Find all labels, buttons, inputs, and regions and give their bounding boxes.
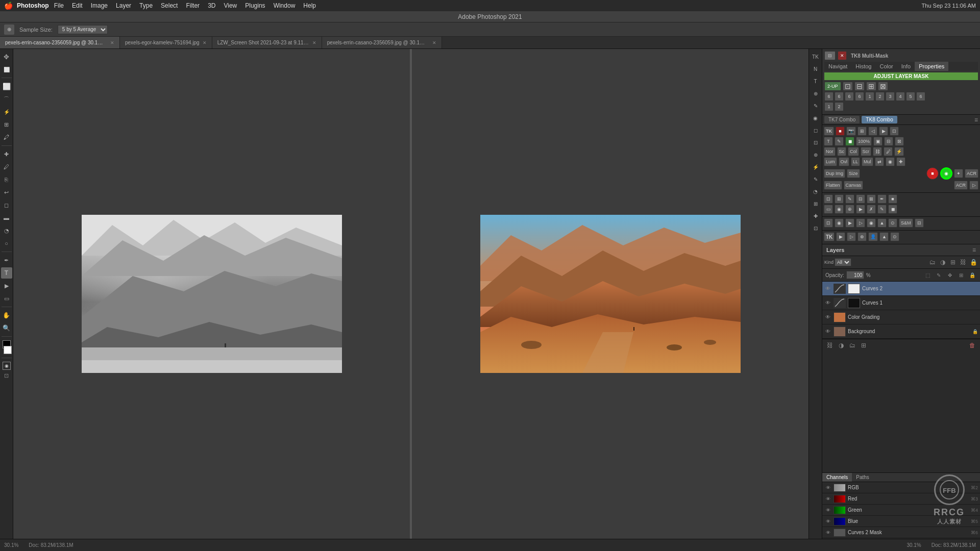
tk-c2[interactable]: ◉ <box>835 218 844 228</box>
tk-side-6[interactable]: ◉ <box>810 112 821 123</box>
2up-btn[interactable]: 2-UP <box>824 82 841 91</box>
menu-file[interactable]: File <box>51 1 67 10</box>
tk-combo-btn-m2[interactable]: ⊟ <box>884 137 893 146</box>
layer-item-curves1[interactable]: 👁 Curves 1 <box>822 296 980 310</box>
tab-0[interactable]: pexels-errin-casano-2356059.jpg @ 30.1% … <box>0 37 120 48</box>
lock-move[interactable]: ✥ <box>945 270 954 280</box>
eye-curves2[interactable]: 👁 <box>824 285 831 292</box>
move-tool[interactable]: ✥ <box>1 51 12 62</box>
tab-3[interactable]: pexels-errin-casano-2356059.jpg @ 30.1% … <box>322 37 442 48</box>
tk-mode-ic3[interactable]: ✚ <box>896 157 905 166</box>
eraser-tool[interactable]: ◻ <box>1 199 12 211</box>
num-6-1[interactable]: 6 <box>824 92 834 101</box>
tk-side-14[interactable]: ✚ <box>810 210 821 221</box>
tk-side-15[interactable]: ⊡ <box>810 222 821 234</box>
menu-plugins[interactable]: Plugins <box>242 1 268 10</box>
link-layers-footer[interactable]: ⛓ <box>825 341 835 350</box>
tk-combo-btn-green-sq[interactable]: ◼ <box>845 137 854 146</box>
tk-flatten[interactable]: Flatten <box>824 181 842 190</box>
clone-tool[interactable]: ⎘ <box>1 174 12 185</box>
prop-tab-navigat[interactable]: Navigat <box>824 62 851 71</box>
menu-layer[interactable]: Layer <box>113 1 134 10</box>
tk-side-5[interactable]: ✎ <box>810 100 821 111</box>
tab-0-close[interactable]: ✕ <box>110 40 114 45</box>
tk-mode-ll[interactable]: LL <box>851 157 860 166</box>
tk-sam-btn[interactable]: S&M <box>899 218 913 228</box>
channel-curves2mask[interactable]: 👁 Curves 2 Mask ⌘6 <box>822 527 980 538</box>
num-6-2[interactable]: 6 <box>835 92 844 101</box>
tk-mode-scr[interactable]: Scr <box>861 147 872 156</box>
tk-footer-p[interactable]: ▶ <box>836 232 845 241</box>
tk-side-9[interactable]: ⊕ <box>810 149 821 160</box>
new-group-footer[interactable]: 🗂 <box>848 341 857 350</box>
tk-footer-pp[interactable]: ▷ <box>847 232 856 241</box>
tk-side-7[interactable]: ◻ <box>810 124 821 136</box>
tk-combo-btn-photo[interactable]: 📷 <box>846 127 856 136</box>
tk-red-btn[interactable]: ■ <box>926 167 939 180</box>
marquee-tool[interactable]: ⬜ <box>1 81 12 92</box>
tk-combo-btn-pencil[interactable]: ✎ <box>835 137 844 146</box>
heal-tool[interactable]: ✚ <box>1 148 12 160</box>
quick-mask[interactable]: ◉ <box>3 362 11 370</box>
tk-acr1[interactable]: ACR <box>965 169 978 178</box>
num-6-4[interactable]: 6 <box>855 92 864 101</box>
view-4[interactable]: ⊠ <box>878 82 888 91</box>
tk-footer-tri[interactable]: ▲ <box>879 232 889 241</box>
tk-combo-btn-T[interactable]: T <box>824 137 833 146</box>
layer-item-curves2[interactable]: 👁 Curves 2 <box>822 282 980 296</box>
num-6-3[interactable]: 6 <box>845 92 854 101</box>
tk-acr2[interactable]: ACR <box>954 181 968 190</box>
tk-c7[interactable]: ⊙ <box>888 218 897 228</box>
new-layer-footer[interactable]: ⊞ <box>859 341 868 350</box>
tk-bg2[interactable]: ⊞ <box>835 194 844 204</box>
tk-c4[interactable]: ▷ <box>856 218 865 228</box>
tk-bg7[interactable]: ■ <box>888 194 897 204</box>
tab-2-close[interactable]: ✕ <box>312 40 316 45</box>
eye-background[interactable]: 👁 <box>824 328 831 335</box>
num-3-1[interactable]: 3 <box>886 92 895 101</box>
tk-mode-sc[interactable]: Sc <box>837 147 847 156</box>
tk-bg10[interactable]: ⊕ <box>845 205 854 214</box>
tk-bg6[interactable]: ✒ <box>877 194 887 204</box>
gradient-tool[interactable]: ▬ <box>1 212 12 223</box>
tk-footer-ppp[interactable]: ⊕ <box>857 232 867 241</box>
prop-tab-color[interactable]: Color <box>875 62 897 71</box>
eye-rgb[interactable]: 👁 <box>824 484 831 491</box>
tab-3-close[interactable]: ✕ <box>432 40 436 45</box>
tab-1-close[interactable]: ✕ <box>203 40 207 45</box>
tk-combo-btn-sq1[interactable]: ⊡ <box>890 127 899 136</box>
num-2-1[interactable]: 2 <box>875 92 885 101</box>
path-selection[interactable]: ▶ <box>1 280 12 291</box>
adjust-layer-mask-btn[interactable]: ADJUST LAYER MASK <box>824 72 978 80</box>
prop-tab-info[interactable]: Info <box>897 62 915 71</box>
tab-1[interactable]: pexels-egor-kamelev-751694.jpg ✕ <box>120 37 212 48</box>
delete-layer-footer[interactable]: 🗑 <box>968 341 977 350</box>
tk-side-2[interactable]: N <box>810 63 821 74</box>
opacity-input[interactable] <box>846 271 864 279</box>
background-color[interactable] <box>4 346 12 354</box>
tk-panel-close[interactable]: ✕ <box>838 51 847 60</box>
menu-select[interactable]: Select <box>158 1 181 10</box>
menu-filter[interactable]: Filter <box>183 1 203 10</box>
lock-paint[interactable]: ✎ <box>934 270 943 280</box>
tk-mode-dblarr[interactable]: ⇄ <box>875 157 884 166</box>
history-brush[interactable]: ↩ <box>1 187 12 198</box>
tk-bg12[interactable]: ✗ <box>867 205 876 214</box>
tk-bg3[interactable]: ✎ <box>845 194 854 204</box>
new-layer-icon[interactable]: ⊞ <box>948 258 958 267</box>
tk-side-12[interactable]: ◔ <box>810 186 821 197</box>
tk-bg8[interactable]: ▭ <box>824 205 833 214</box>
channel-lumlock[interactable]: 👁 _TK_Lum_Lock ⌘7 <box>822 538 980 539</box>
tk-footer-tk[interactable]: TK <box>824 232 835 241</box>
menu-edit[interactable]: Edit <box>69 1 86 10</box>
menu-view[interactable]: View <box>220 1 240 10</box>
brush-tool[interactable]: 🖊 <box>1 161 12 172</box>
lock-artboard[interactable]: ⊞ <box>957 270 966 280</box>
view-2v[interactable]: ⊞ <box>866 82 876 91</box>
prop-tab-histog[interactable]: Histog <box>851 62 875 71</box>
link-layers-icon[interactable]: ⛓ <box>959 258 968 267</box>
pen-tool[interactable]: ✒ <box>1 255 12 266</box>
channels-tab-channels[interactable]: Channels <box>822 473 852 482</box>
new-adjustment-footer[interactable]: ◑ <box>837 341 846 350</box>
eye-blue[interactable]: 👁 <box>824 518 831 525</box>
